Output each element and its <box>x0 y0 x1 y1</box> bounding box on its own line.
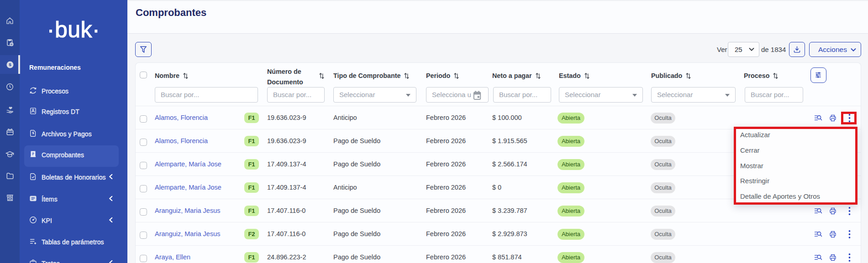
svg-text:$: $ <box>9 62 11 67</box>
